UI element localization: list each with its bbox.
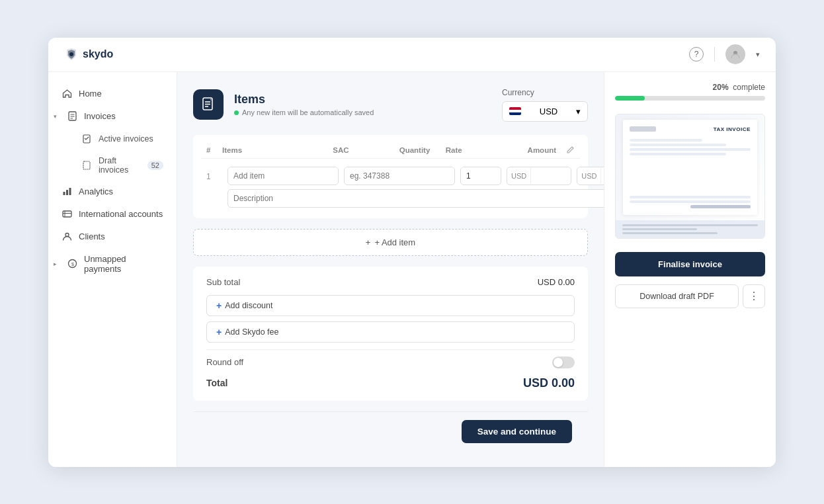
col-qty-header: Quantity [399, 146, 446, 154]
mock-line-5 [630, 196, 751, 198]
footer-line-1 [622, 224, 758, 226]
item-input[interactable] [227, 167, 339, 185]
currency-select[interactable]: USD ▾ [502, 101, 588, 122]
description-input[interactable] [227, 189, 604, 208]
top-bar: skydo ? ▾ [48, 38, 776, 72]
svg-rect-7 [83, 161, 90, 169]
page-title: Items [234, 93, 374, 106]
page-header: Items Any new item will be automatically… [193, 88, 588, 122]
invoice-preview-footer [616, 220, 764, 238]
doc-icon-box [193, 89, 224, 120]
total-value: USD 0.00 [523, 376, 575, 390]
svg-point-14 [65, 233, 69, 237]
draft-invoices-icon [81, 160, 92, 171]
clients-label: Clients [79, 231, 105, 241]
sidebar-item-international[interactable]: International accounts [48, 203, 177, 226]
add-item-plus: + [366, 237, 371, 247]
round-off-label: Round off [206, 357, 243, 367]
download-draft-pdf-button[interactable]: Download draft PDF [615, 284, 739, 308]
mock-line-6 [630, 200, 751, 203]
progress-bar-fill [615, 96, 645, 101]
analytics-icon [62, 187, 72, 197]
footer-line-3 [622, 232, 718, 234]
row-num: 1 [206, 167, 222, 181]
bottom-bar: Save and continue [193, 411, 588, 451]
total-label: Total [206, 378, 227, 388]
sidebar-item-clients[interactable]: Clients [48, 226, 177, 248]
amount-field: USD [577, 167, 604, 185]
subtotal-value: USD 0.00 [538, 277, 575, 287]
unmapped-toggle: ▸ [54, 261, 57, 267]
svg-rect-9 [66, 190, 68, 195]
sidebar-item-home-label: Home [79, 89, 102, 99]
invoices-icon [67, 111, 77, 122]
summary-box: Sub total USD 0.00 + Add discount + Add … [193, 267, 588, 401]
col-sac-header: SAC [333, 146, 399, 154]
col-rate-header: Rate [446, 146, 501, 154]
more-options-button[interactable]: ⋮ [743, 284, 765, 308]
rate-input[interactable] [531, 167, 571, 185]
sidebar-item-draft-invoices[interactable]: Draft invoices 52 [72, 150, 177, 181]
invoice-preview: TAX INVOICE [615, 114, 765, 239]
subtotal-label: Sub total [206, 277, 240, 287]
page-header-left: Items Any new item will be automatically… [193, 89, 374, 120]
active-invoices-label: Active invoices [99, 134, 153, 144]
user-menu-chevron[interactable]: ▾ [756, 50, 760, 59]
autosave-dot [234, 110, 239, 115]
svg-point-0 [69, 52, 73, 56]
save-continue-button[interactable]: Save and continue [462, 420, 572, 443]
home-icon [62, 89, 72, 99]
amount-prefix: USD [577, 168, 601, 184]
sidebar-item-active-invoices[interactable]: Active invoices [72, 128, 177, 150]
col-hash: # [206, 146, 222, 154]
col-edit-header [556, 146, 575, 155]
currency-block: Currency USD ▾ [502, 88, 588, 122]
mock-line-4 [630, 153, 726, 155]
sidebar-item-analytics[interactable]: Analytics [48, 181, 177, 203]
active-invoices-icon [81, 134, 92, 144]
top-bar-right: ? ▾ [689, 44, 760, 64]
more-icon: ⋮ [749, 290, 760, 302]
table-header: # Items SAC Quantity Rate Amount [201, 143, 580, 159]
row-top-fields: USD USD [227, 167, 604, 185]
quantity-input[interactable] [460, 167, 501, 185]
add-item-label: + Add item [374, 237, 415, 247]
col-item-header: Items [222, 146, 333, 154]
mock-line-1 [630, 139, 702, 142]
help-icon[interactable]: ? [689, 47, 704, 62]
progress-pct: 20% [713, 83, 729, 92]
mock-line-2 [630, 144, 726, 146]
add-discount-button[interactable]: + Add discount [206, 295, 575, 316]
add-item-button[interactable]: + + Add item [193, 229, 588, 256]
currency-chevron: ▾ [576, 106, 581, 116]
app-window: skydo ? ▾ Home ▾ [48, 38, 776, 467]
currency-value: USD [540, 106, 557, 116]
progress-bar-bg [615, 96, 765, 101]
round-off-toggle[interactable] [552, 357, 575, 368]
add-skydo-fee-plus: + [216, 327, 222, 337]
top-bar-divider [714, 47, 715, 62]
invoice-mock-logo [630, 126, 656, 132]
progress-section: 20% complete [615, 83, 765, 101]
round-off-row: Round off [206, 357, 575, 368]
finalise-invoice-button[interactable]: Finalise invoice [615, 252, 765, 276]
international-label: International accounts [79, 209, 163, 219]
add-skydo-fee-button[interactable]: + Add Skydo fee [206, 321, 575, 343]
mock-highlight [690, 205, 751, 208]
svg-rect-8 [63, 192, 65, 195]
avatar[interactable] [725, 44, 745, 64]
currency-label: Currency [502, 88, 588, 97]
form-panel: Items Any new item will be automatically… [177, 72, 604, 467]
unmapped-icon: $ [67, 259, 77, 269]
rate-prefix: USD [507, 168, 531, 184]
sidebar-item-invoices[interactable]: ▾ Invoices [48, 105, 177, 128]
page-title-block: Items Any new item will be automatically… [234, 93, 374, 116]
content-area: Items Any new item will be automatically… [177, 72, 776, 467]
sidebar: Home ▾ Invoices Active invoices [48, 72, 177, 467]
analytics-label: Analytics [79, 187, 113, 196]
sidebar-item-unmapped[interactable]: ▸ $ Unmapped payments [48, 248, 177, 280]
international-icon [62, 209, 72, 220]
main-layout: Home ▾ Invoices Active invoices [48, 72, 776, 467]
sac-input[interactable] [344, 167, 455, 185]
sidebar-item-home[interactable]: Home [48, 83, 177, 105]
